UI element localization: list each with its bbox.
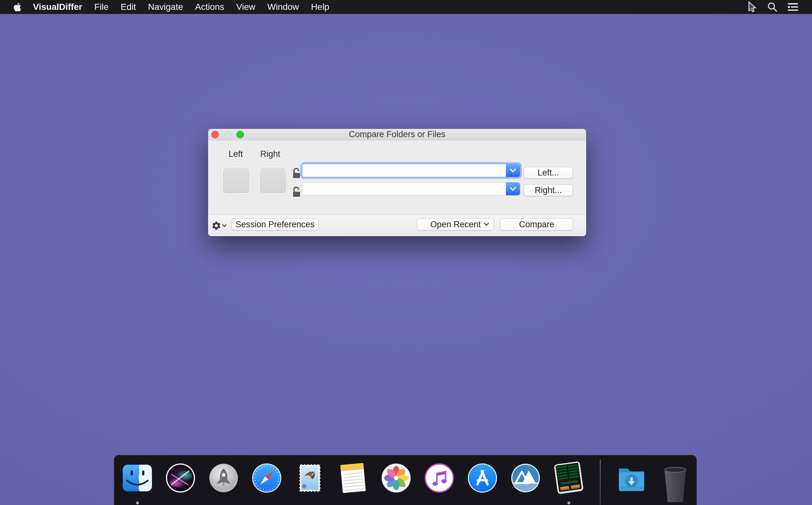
pointer-icon[interactable] [746,1,758,13]
dock-safari-icon[interactable] [252,463,282,493]
menu-item-actions[interactable]: Actions [195,2,224,12]
apple-menu-icon[interactable] [13,2,22,12]
dock-siri-icon[interactable] [165,463,196,493]
dialog-bottom-bar: Session Preferences Open Recent Compare [208,214,586,236]
right-unlocked-icon[interactable] [291,186,302,198]
dock-downloads-folder-icon[interactable] [616,463,647,493]
compare-button[interactable]: Compare [500,218,573,230]
menu-item-navigate[interactable]: Navigate [148,2,183,12]
zoom-button[interactable] [236,131,244,138]
dock-finder-icon[interactable] [122,463,153,493]
chevron-down-icon [484,222,489,226]
dialog-titlebar[interactable]: Compare Folders or Files [208,129,586,140]
dialog-title: Compare Folders or Files [208,129,586,140]
open-recent-label: Open Recent [430,220,481,229]
right-folder-thumbnail-well[interactable] [259,166,287,194]
dock-divider [600,460,601,505]
dock-visualdiffer-icon[interactable]: VisualDiffer [553,463,584,493]
menu-item-edit[interactable]: Edit [120,2,136,12]
menu-item-help[interactable]: Help [311,2,329,12]
left-unlocked-icon[interactable] [291,168,302,179]
dock: VisualDiffer [113,455,697,505]
menu-item-file[interactable]: File [94,2,108,12]
menu-item-window[interactable]: Window [267,2,299,12]
left-path-input[interactable] [302,164,506,177]
menu-item-view[interactable]: View [236,2,255,12]
search-icon[interactable] [767,2,778,12]
dock-mountains-app-icon[interactable] [510,463,541,493]
dock-notes-icon[interactable] [338,463,368,493]
right-path-input[interactable] [302,182,506,195]
actions-gear-button[interactable] [211,219,228,232]
finder-running-indicator [136,502,139,504]
left-column-label: Left [225,149,247,159]
left-folder-thumbnail-well[interactable] [222,166,251,194]
browse-right-button[interactable]: Right... [524,184,573,196]
open-recent-dropdown[interactable]: Open Recent [417,218,494,230]
compare-dialog-window: Compare Folders or Files Left Right [208,129,586,236]
chevron-down-icon [222,224,227,227]
close-button[interactable] [211,131,219,138]
desktop: VisualDiffer File Edit Navigate Actions … [0,0,812,505]
session-preferences-button[interactable]: Session Preferences [231,218,319,230]
gear-icon [211,220,221,231]
dock-photos-icon[interactable] [381,463,412,493]
visualdiffer-running-indicator [567,502,570,504]
right-column-label: Right [259,149,281,159]
dock-mail-icon[interactable] [295,463,325,493]
chevron-down-icon [509,187,516,191]
left-path-combobox[interactable] [302,164,520,177]
browse-left-button[interactable]: Left... [524,167,573,179]
dock-app-store-icon[interactable] [467,463,498,493]
dock-trash-icon[interactable] [660,463,691,493]
minimize-button [224,131,232,138]
dock-launchpad-icon[interactable] [208,463,239,493]
left-path-dropdown-button[interactable] [506,164,520,177]
notification-list-icon[interactable] [787,2,799,12]
right-path-combobox[interactable] [302,182,520,195]
chevron-down-icon [509,168,516,173]
dock-itunes-icon[interactable] [424,463,455,493]
menu-bar: VisualDiffer File Edit Navigate Actions … [0,0,812,14]
menu-app-name[interactable]: VisualDiffer [33,2,82,12]
right-path-dropdown-button[interactable] [506,182,520,195]
